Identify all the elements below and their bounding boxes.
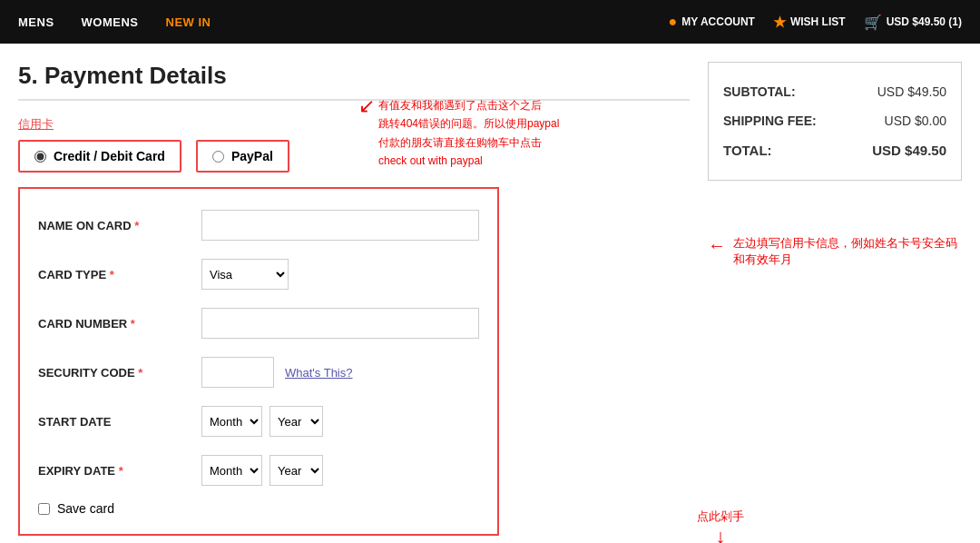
cart-value: USD $49.50 (1) [887,15,962,28]
total-row: TOTAL: USD $49.50 [723,135,946,165]
subtotal-row: SUBTOTAL: USD $49.50 [723,77,946,106]
start-month-select[interactable]: Month 010203 040506 070809 101112 [201,406,262,437]
paypal-label: PayPal [231,149,273,163]
card-type-label: CARD TYPE * [38,268,201,281]
credit-debit-radio[interactable] [34,151,46,163]
credit-debit-option[interactable]: Credit / Debit Card [18,140,181,173]
nav-new-in[interactable]: NEW IN [166,15,211,29]
required-marker-2: * [110,268,114,281]
paypal-radio[interactable] [212,151,224,163]
whats-this-link[interactable]: What's This? [285,366,353,380]
shipping-row: SHIPPING FEE: USD $0.00 [723,106,946,135]
required-marker-3: * [131,317,135,331]
name-on-card-label: NAME ON CARD * [38,219,201,232]
name-on-card-input[interactable] [201,210,479,241]
nav-left: MENS WOMENS NEW IN [18,15,211,29]
card-number-row: CARD NUMBER * [38,305,479,341]
expiry-month-select[interactable]: Month 010203 040506 070809 101112 [201,455,262,486]
security-code-label: SECURITY CODE * [38,366,201,380]
expiry-date-row: EXPIRY DATE * Month 010203 040506 070809… [38,452,479,489]
subtotal-label: SUBTOTAL: [723,84,796,99]
user-icon: ● [669,14,678,30]
star-icon: ★ [773,14,786,31]
page-title: 5. Payment Details [18,62,690,101]
expiry-date-label: EXPIRY DATE * [38,464,201,478]
start-date-row: START DATE Month 010203 040506 070809 10… [38,403,479,439]
card-type-select[interactable]: Visa Mastercard Amex [201,259,289,290]
cart-icon: 🛒 [864,14,882,31]
name-on-card-row: NAME ON CARD * [38,207,479,243]
expiry-date-inputs: Month 010203 040506 070809 101112 Year 2… [201,455,323,486]
card-number-input[interactable] [201,308,479,339]
expiry-year-select[interactable]: Year 202320242025 [270,455,323,486]
annotation-top: ↙ 有值友和我都遇到了点击这个之后跳转404错误的问题。所以使用paypal付款… [358,96,612,171]
content-wrapper: 5. Payment Details 信用卡 Credit / Debit Ca… [0,44,980,536]
arrow-right-icon: ← [708,235,726,256]
credit-card-link[interactable]: 信用卡 [18,116,54,133]
shipping-value: USD $0.00 [885,114,946,128]
cart-link[interactable]: 🛒 USD $49.50 (1) [864,14,962,31]
right-section: SUBTOTAL: USD $49.50 SHIPPING FEE: USD $… [708,62,962,536]
start-year-select[interactable]: Year 202320242025 [270,406,323,437]
order-summary: SUBTOTAL: USD $49.50 SHIPPING FEE: USD $… [708,62,962,181]
total-label: TOTAL: [723,143,772,158]
card-number-label: CARD NUMBER * [38,317,201,331]
page-container: MENS WOMENS NEW IN ● MY ACCOUNT ★ WISH L… [0,0,980,543]
buy-now-section: 点此剁手 ↓ BUY NOW [0,536,980,543]
save-card-label: Save card [57,501,114,516]
required-marker: * [134,219,139,232]
required-marker-4: * [138,366,142,380]
annotation-top-text: 有值友和我都遇到了点击这个之后跳转404错误的问题。所以使用paypal付款的朋… [378,96,559,171]
credit-debit-label: Credit / Debit Card [54,149,165,163]
start-date-label: START DATE [38,415,201,429]
wish-list-link[interactable]: ★ WISH LIST [773,14,846,31]
start-date-inputs: Month 010203 040506 070809 101112 Year 2… [201,406,323,437]
save-card-checkbox[interactable] [38,503,50,515]
arrow-down-buy-icon: ↓ [697,525,744,543]
arrow-down-icon: ↙ [358,96,375,171]
paypal-option[interactable]: PayPal [196,140,289,173]
subtotal-value: USD $49.50 [877,84,946,99]
required-marker-5: * [119,464,123,478]
shipping-label: SHIPPING FEE: [723,114,817,128]
top-nav: MENS WOMENS NEW IN ● MY ACCOUNT ★ WISH L… [0,0,980,44]
wish-list-label: WISH LIST [790,15,846,28]
nav-womens[interactable]: WOMENS [82,15,139,29]
security-row: What's This? [201,357,353,388]
save-card-row: Save card [38,501,479,516]
my-account-label: MY ACCOUNT [681,15,755,28]
payment-form: NAME ON CARD * CARD TYPE * Visa Masterca… [18,187,499,536]
annotation-buy: 点此剁手 ↓ [697,508,744,543]
nav-right: ● MY ACCOUNT ★ WISH LIST 🛒 USD $49.50 (1… [669,14,962,31]
card-type-row: CARD TYPE * Visa Mastercard Amex [38,256,479,292]
total-value: USD $49.50 [872,143,946,158]
annotation-right: ← 左边填写信用卡信息，例如姓名卡号安全码和有效年月 [708,235,962,268]
security-code-input[interactable] [201,357,274,388]
my-account-link[interactable]: ● MY ACCOUNT [669,14,755,30]
security-code-row: SECURITY CODE * What's This? [38,354,479,390]
nav-mens[interactable]: MENS [18,15,54,29]
